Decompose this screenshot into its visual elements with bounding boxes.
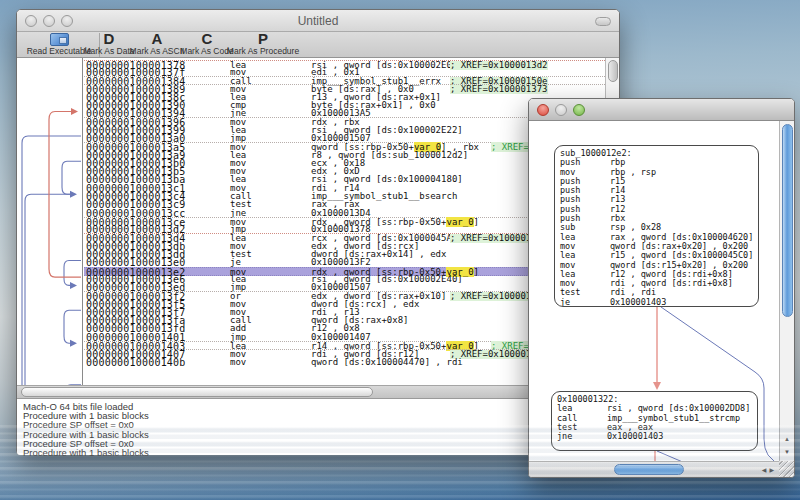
graph-vertical-scrollbar[interactable]: ▲ ▼ [779, 121, 794, 463]
graph-window: sub_1000012e2:pushrbpmovrbp , rsppushr15… [528, 98, 795, 478]
block-instruction: pushr13 [560, 195, 758, 204]
toolbar-toggle-button[interactable] [595, 17, 611, 26]
graph-vertical-scrollbar-thumb[interactable] [782, 124, 793, 317]
address: 000000010000140b [86, 358, 186, 367]
disassembly-listing: 0000000100001378learsi , qword [ds:0x100… [82, 58, 605, 385]
operands: qword [ds:0x100004470] , rdi [311, 358, 463, 367]
block-instruction: callimp___symbol_stub1__strcmp [557, 414, 757, 423]
operands: 0x100001403 [610, 297, 666, 307]
graph-horizontal-scrollbar[interactable]: ◀▶ [529, 461, 781, 477]
block-label: sub_1000012e2: [560, 149, 758, 158]
zoom-button[interactable] [573, 104, 585, 116]
resize-grip[interactable] [779, 461, 794, 477]
block-instruction: pushrbp [560, 158, 758, 167]
read-executable-icon [50, 33, 69, 46]
block-instruction: movrdi , qword [ds:rdi+0x8] [560, 279, 758, 288]
control-flow-graph: sub_1000012e2:pushrbpmovrbp , rsppushr15… [529, 121, 781, 463]
mnemonic: mov [230, 358, 246, 367]
scroll-up-arrow-icon[interactable]: ▲ [781, 433, 793, 446]
operands: 0x100001403 [607, 431, 663, 441]
main-toolbar: Read Executable D Mark As Data A Mark As… [17, 32, 619, 58]
minimize-button[interactable] [555, 104, 567, 116]
window-title: Untitled [17, 14, 619, 28]
horizontal-scrollbar-thumb[interactable] [21, 387, 373, 397]
block-instruction: jne0x100001403 [557, 432, 757, 441]
block-instruction: pushr14 [560, 186, 758, 195]
mnemonic: je [560, 298, 610, 307]
graph-titlebar[interactable] [529, 99, 794, 121]
mark-as-procedure-button[interactable]: P Mark As Procedure [217, 32, 309, 58]
basic-block-0x100001322[interactable]: 0x100001322:learsi , qword [ds:0x100002D… [551, 391, 758, 451]
jump-arrows-gutter [17, 58, 82, 385]
scroll-down-arrow-icon[interactable]: ▼ [781, 446, 793, 459]
main-titlebar[interactable]: Untitled [17, 10, 619, 32]
mnemonic: jne [557, 432, 607, 441]
toolbar-item-label: Mark As Procedure [217, 46, 309, 56]
graph-horizontal-scrollbar-thumb[interactable] [614, 464, 684, 475]
block-instruction: pushr12 [560, 205, 758, 214]
basic-block-entry[interactable]: sub_1000012e2:pushrbpmovrbp , rsppushr15… [554, 145, 759, 307]
block-instruction: pushr15 [560, 177, 758, 186]
vertical-scrollbar-thumb[interactable] [608, 60, 618, 82]
mark-as-procedure-icon: P [217, 32, 309, 46]
block-instruction: je0x100001403 [560, 298, 758, 307]
disassembly-row-140b[interactable]: 000000010000140bmovqword [ds:0x100004470… [84, 358, 605, 367]
scroll-right-arrow-icon[interactable]: ▶ [769, 467, 777, 473]
close-button[interactable] [537, 104, 549, 116]
block-instruction: movrbp , rsp [560, 168, 758, 177]
